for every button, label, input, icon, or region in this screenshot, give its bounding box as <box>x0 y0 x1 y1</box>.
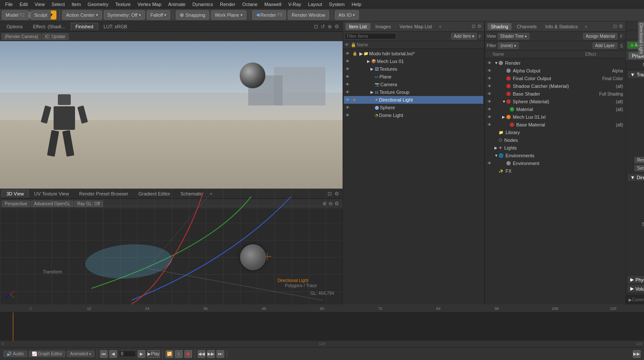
shader-item-fx[interactable]: ✨ FX <box>486 167 625 175</box>
tab-lut[interactable]: LUT: sRGB <box>99 23 132 30</box>
dirlight-section-header[interactable]: ▼ Directional Light <box>628 174 644 181</box>
tab-channels[interactable]: Channels <box>513 23 540 30</box>
menu-render[interactable]: Render <box>217 1 239 8</box>
tree-item-dirlight[interactable]: 👁 ★ ☀ Directional Light <box>344 96 483 104</box>
tab-images[interactable]: Images <box>372 23 394 30</box>
menu-octane[interactable]: Octane <box>239 1 261 8</box>
expand-root[interactable]: ▶ <box>359 51 363 57</box>
menu-vertexmap[interactable]: Vertex Map <box>134 1 165 8</box>
tree-item-textures[interactable]: 👁 ▶ 🖼 Textures <box>344 65 483 73</box>
next-key-btn[interactable]: ▶▶ <box>207 350 215 358</box>
model-button[interactable]: Model F2 <box>2 10 29 20</box>
shader-item-material[interactable]: 👁 Material (all) <box>486 105 625 113</box>
shader-item-render[interactable]: 👁 ▼ Render <box>486 59 625 67</box>
loop-btn[interactable]: 🔁 <box>166 350 173 358</box>
add-layer-btn[interactable]: Add Layer <box>593 42 617 49</box>
menu-texture[interactable]: Texture <box>112 1 134 8</box>
physical-sun-header[interactable]: ▶ Physical Sun <box>628 276 644 283</box>
expand-spheremat[interactable]: ▼ <box>502 99 506 104</box>
transform-header[interactable]: ▼ Transform <box>628 71 644 78</box>
expand-envs[interactable]: ▼ <box>494 153 498 158</box>
assign-material-btn[interactable]: Assign Material <box>583 33 617 39</box>
menu-maxwell[interactable]: Maxwell <box>261 1 285 8</box>
shader-item-basemat[interactable]: 👁 Base Material (all) <box>486 121 625 129</box>
tree-item-sphere[interactable]: 👁 ⬤ Sphere <box>344 104 483 111</box>
shader-item-alpha[interactable]: 👁 Alpha Output Alpha <box>486 67 625 75</box>
tab-shading[interactable]: Shading <box>488 23 512 30</box>
shader-item-baseshader[interactable]: 👁 Base Shader Full Shading <box>486 90 625 98</box>
tab-info-stats[interactable]: Info & Statistics <box>542 23 581 30</box>
set-target-btn[interactable]: Set Target <box>635 165 644 171</box>
shader-item-environments[interactable]: ▼ 🌐 Environments <box>486 152 625 159</box>
menu-system[interactable]: System <box>325 1 348 8</box>
directional-light-side-tab[interactable]: Directional Light <box>638 21 644 56</box>
menu-file[interactable]: File <box>2 1 16 8</box>
shader-f-btn[interactable]: F <box>619 34 624 39</box>
prev-frame-btn[interactable]: ◀ <box>109 350 117 358</box>
menu-select[interactable]: Select <box>48 1 68 8</box>
go-start-btn[interactable]: ⏮ <box>100 350 108 358</box>
menu-vray[interactable]: V-Ray <box>285 1 304 8</box>
shader-item-nodes[interactable]: ⬡ Nodes <box>486 136 625 144</box>
items-filter-icon[interactable]: F <box>478 34 482 39</box>
render-camera-btn[interactable]: (Render Camera) <box>2 33 41 40</box>
tree-item-mech[interactable]: 👁 ▶ 📦 Mech Lux 01 <box>344 57 483 65</box>
bounce-btn[interactable]: ↕ <box>175 350 183 358</box>
shader-item-mechlux[interactable]: 👁 ▶ Mech Lux 01.lxl <box>486 113 625 121</box>
falloff-button[interactable]: Falloff <box>147 10 171 20</box>
3d-viewport[interactable]: Directional Light Polygons / Trace GL: 4… <box>0 189 343 304</box>
tab-options[interactable]: Options <box>2 23 27 30</box>
menu-edit[interactable]: Edit <box>16 1 31 8</box>
render-settings-icon[interactable]: ⚙ <box>334 24 339 30</box>
record-btn[interactable]: ⏺ <box>184 350 192 358</box>
shader-item-finalcolor[interactable]: 👁 Final Color Output Final Color <box>486 75 625 82</box>
afx-io-button[interactable]: Afx IO <box>335 10 359 20</box>
timeline-track[interactable]: 0 120 120 <box>0 312 644 347</box>
menu-help[interactable]: Help <box>348 1 365 8</box>
reset-btn[interactable]: Reset <box>635 157 644 163</box>
symmetry-button[interactable]: Symmetry: Off <box>104 10 145 20</box>
expand-texgroup[interactable]: ▶ <box>370 90 374 94</box>
frame-input[interactable] <box>119 351 136 357</box>
shader-item-library[interactable]: 📁 Library <box>486 129 625 136</box>
shader-s-btn[interactable]: S <box>619 43 624 48</box>
ic-update-btn[interactable]: IC: Update <box>42 33 69 40</box>
render-search-icon[interactable]: ⊕ <box>328 24 332 30</box>
next-frame-btn[interactable]: ▶ <box>138 350 145 358</box>
shading-settings-icon[interactable]: ⚙ <box>619 24 623 29</box>
shader-item-shadowcatcher[interactable]: 👁 Shadow Catcher (Material) (all) <box>486 82 625 90</box>
render-refresh-icon[interactable]: ↺ <box>321 24 325 30</box>
graph-editor-btn[interactable]: 📈 Graph Editor <box>29 351 66 357</box>
expand-mechlux[interactable]: ▶ <box>502 115 506 119</box>
add-shading-tab[interactable]: + <box>583 24 589 29</box>
add-item-btn[interactable]: Add Item ▾ <box>451 33 477 39</box>
filter-items-input[interactable] <box>345 33 396 39</box>
tree-item-domelight[interactable]: 👁 ◔ Dome Light <box>344 111 483 119</box>
menu-item[interactable]: Item <box>68 1 84 8</box>
shading-maximize-icon[interactable]: ⊡ <box>613 24 617 29</box>
action-center-button[interactable]: Action Center <box>62 10 102 20</box>
tree-item-texgroup[interactable]: 👁 ▶ 🗂 Texture Group <box>344 88 483 96</box>
play-btn[interactable]: ▶ Play <box>147 350 160 358</box>
tree-item-camera[interactable]: 👁 📷 Camera <box>344 81 483 88</box>
filter-dropdown[interactable]: (none) <box>498 42 518 49</box>
expand-render[interactable]: ▼ <box>494 61 498 65</box>
snapping-button[interactable]: ⊕ Snapping <box>176 10 209 20</box>
prev-key-btn[interactable]: ◀◀ <box>198 350 205 358</box>
menu-dynamics[interactable]: Dynamics <box>189 1 217 8</box>
sculpt-button[interactable]: Sculpt <box>30 10 51 20</box>
shader-tree-dropdown[interactable]: Shader Tree <box>498 33 530 39</box>
menu-animate[interactable]: Animate <box>165 1 189 8</box>
render-button[interactable]: ◀ Render F9 <box>252 10 286 20</box>
menu-geometry[interactable]: Geometry <box>84 1 111 8</box>
render-window-button[interactable]: Render Window <box>288 10 329 20</box>
audio-btn[interactable]: 🔊 Audio <box>3 351 27 357</box>
add-items-tab[interactable]: + <box>437 24 443 29</box>
shader-item-spheremat[interactable]: 👁 ▼ Sphere (Material) (all) <box>486 98 625 105</box>
more-btn[interactable]: ▶▶ <box>633 350 641 358</box>
items-maximize-icon[interactable]: ⊡ <box>472 24 475 29</box>
expand-mech[interactable]: ▶ <box>367 59 370 63</box>
tree-item-root[interactable]: 👁 🔒 ▶ 📁 Modo hdri tutorial.lxo* <box>344 50 483 57</box>
tab-item-list[interactable]: Item List <box>346 23 370 30</box>
command-input[interactable] <box>632 297 644 302</box>
